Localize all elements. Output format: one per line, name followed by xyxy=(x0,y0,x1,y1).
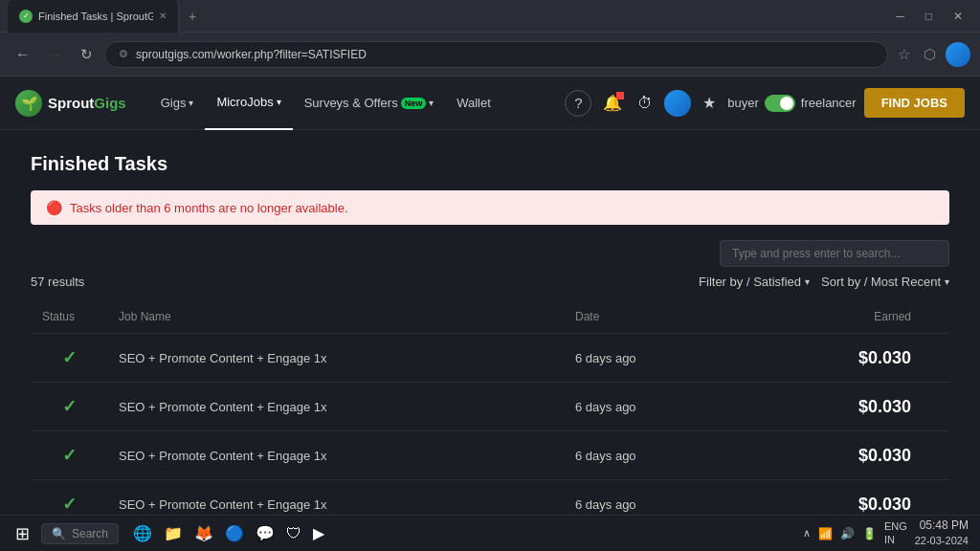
buyer-label: buyer xyxy=(727,96,759,110)
nav-surveys-badge: New xyxy=(401,98,427,109)
help-button[interactable]: ? xyxy=(565,90,591,117)
taskbar-lang: ENGIN xyxy=(884,520,907,545)
alert-banner: 🔴 Tasks older than 6 months are no longe… xyxy=(31,190,949,225)
taskbar-edge-icon[interactable]: 🌐 xyxy=(130,522,155,544)
filter-chevron-icon: ▾ xyxy=(805,276,810,287)
browser-tab[interactable]: ✓ Finished Tasks | SproutGigs ✕ xyxy=(8,0,179,33)
app-navbar: 🌱 SproutGigs Gigs ▾ MicroJobs ▾ Surveys … xyxy=(0,77,980,130)
sort-button[interactable]: Sort by / Most Recent ▾ xyxy=(821,275,949,289)
taskbar-volume-icon: 🔊 xyxy=(840,527,855,540)
lock-icon: ⚙ xyxy=(119,48,128,60)
status-cell: ✓ xyxy=(31,383,107,431)
date-cell: 6 days ago xyxy=(564,431,747,480)
close-button[interactable]: ✕ xyxy=(944,8,972,25)
extensions-button[interactable]: ⬡ xyxy=(920,42,940,67)
job-name-cell: SEO + Promote Content + Engage 1x xyxy=(107,480,564,516)
logo[interactable]: 🌱 SproutGigs xyxy=(15,90,126,117)
refresh-button[interactable]: ↻ xyxy=(75,42,99,67)
maximize-button[interactable]: □ xyxy=(916,8,942,25)
new-tab-button[interactable]: + xyxy=(179,3,206,30)
date-cell: 6 days ago xyxy=(564,334,747,383)
start-button[interactable]: ⊞ xyxy=(11,521,33,546)
buyer-freelancer-toggle[interactable]: buyer freelancer xyxy=(727,95,856,112)
logo-icon: 🌱 xyxy=(15,90,42,117)
logo-text: SproutGigs xyxy=(48,95,126,111)
taskbar-clock: 05:48 PM 22-03-2024 xyxy=(915,518,969,548)
toggle-switch[interactable] xyxy=(765,95,795,112)
nav-wallet-label: Wallet xyxy=(457,96,491,110)
minimize-button[interactable]: ─ xyxy=(886,8,914,25)
nav-item-surveys[interactable]: Surveys & Offers New ▾ xyxy=(293,77,446,130)
check-icon: ✓ xyxy=(62,495,77,514)
taskbar-search[interactable]: 🔍 Search xyxy=(41,523,119,544)
job-name-cell: SEO + Promote Content + Engage 1x xyxy=(107,383,564,431)
earned-cell: $0.030 xyxy=(747,480,949,516)
status-cell: ✓ xyxy=(31,334,107,383)
table-row[interactable]: ✓ SEO + Promote Content + Engage 1x 6 da… xyxy=(31,480,949,516)
taskbar-battery-icon: 🔋 xyxy=(862,527,877,540)
find-jobs-button[interactable]: FIND JOBS xyxy=(864,88,965,118)
col-status: Status xyxy=(31,300,107,334)
taskbar-chrome-icon[interactable]: 🔵 xyxy=(222,522,247,544)
freelancer-label: freelancer xyxy=(801,96,857,110)
earned-cell: $0.030 xyxy=(747,431,949,480)
tasks-table: Status Job Name Date Earned ✓ SEO + Prom… xyxy=(31,300,949,515)
search-input[interactable] xyxy=(720,240,949,267)
nav-surveys-label: Surveys & Offers xyxy=(304,96,398,110)
taskbar-wifi-icon: 📶 xyxy=(818,527,833,540)
avatar-button[interactable] xyxy=(664,90,691,117)
back-button[interactable]: ← xyxy=(10,42,36,67)
nav-gigs-chevron-icon: ▾ xyxy=(189,98,193,108)
tab-title: Finished Tasks | SproutGigs xyxy=(38,11,153,22)
taskbar-firefox-icon[interactable]: 🦊 xyxy=(191,522,216,544)
tab-close-icon[interactable]: ✕ xyxy=(159,11,167,21)
sort-label: Sort by / Most Recent xyxy=(821,275,941,289)
notifications-button[interactable]: 🔔 xyxy=(599,90,626,116)
search-bar-wrap xyxy=(31,240,949,267)
alert-text: Tasks older than 6 months are no longer … xyxy=(70,201,348,215)
profile-button[interactable] xyxy=(946,42,970,67)
table-row[interactable]: ✓ SEO + Promote Content + Engage 1x 6 da… xyxy=(31,334,949,383)
nav-item-microjobs[interactable]: MicroJobs ▾ xyxy=(205,77,292,130)
chevron-up-icon[interactable]: ∧ xyxy=(803,527,811,540)
col-earned: Earned xyxy=(747,300,949,334)
taskbar-search-label: Search xyxy=(72,527,108,540)
bookmark-button[interactable]: ☆ xyxy=(894,42,914,67)
notification-dot xyxy=(616,92,624,99)
taskbar-youtube-icon[interactable]: ▶ xyxy=(310,522,327,544)
status-cell: ✓ xyxy=(31,480,107,516)
table-row[interactable]: ✓ SEO + Promote Content + Engage 1x 6 da… xyxy=(31,383,949,431)
nav-item-gigs[interactable]: Gigs ▾ xyxy=(149,77,206,130)
taskbar-shield-icon[interactable]: 🛡 xyxy=(283,523,304,544)
job-name-cell: SEO + Promote Content + Engage 1x xyxy=(107,431,564,480)
earned-cell: $0.030 xyxy=(747,383,949,431)
status-cell: ✓ xyxy=(31,431,107,480)
main-content: Finished Tasks 🔴 Tasks older than 6 mont… xyxy=(0,130,980,515)
check-icon: ✓ xyxy=(62,348,77,367)
earned-cell: $0.030 xyxy=(747,334,949,383)
table-row[interactable]: ✓ SEO + Promote Content + Engage 1x 6 da… xyxy=(31,431,949,480)
address-bar[interactable]: ⚙ sproutgigs.com/worker.php?filter=SATIS… xyxy=(104,41,888,68)
page-title: Finished Tasks xyxy=(31,153,949,175)
star-button[interactable]: ★ xyxy=(699,90,720,116)
tab-favicon: ✓ xyxy=(19,10,33,23)
nav-item-wallet[interactable]: Wallet xyxy=(445,77,502,130)
sort-chevron-icon: ▾ xyxy=(945,276,949,287)
filters-row: 57 results Filter by / Satisfied ▾ Sort … xyxy=(31,275,949,289)
job-name-cell: SEO + Promote Content + Engage 1x xyxy=(107,334,564,383)
forward-button[interactable]: → xyxy=(42,42,69,67)
history-button[interactable]: ⏱ xyxy=(634,91,657,116)
taskbar-whatsapp-icon[interactable]: 💬 xyxy=(253,522,278,544)
results-count: 57 results xyxy=(31,275,84,289)
taskbar-app-icons: 🌐 📁 🦊 🔵 💬 🛡 ▶ xyxy=(130,522,327,544)
taskbar-right: ∧ 📶 🔊 🔋 ENGIN 05:48 PM 22-03-2024 xyxy=(803,518,969,548)
window-controls: ─ □ ✕ xyxy=(886,8,972,25)
nav-microjobs-chevron-icon: ▾ xyxy=(277,97,281,107)
taskbar-time: 05:48 PM xyxy=(915,518,969,534)
nav-right: ? 🔔 ⏱ ★ buyer freelancer FIND JOBS xyxy=(565,88,965,118)
check-icon: ✓ xyxy=(62,397,77,416)
taskbar-files-icon[interactable]: 📁 xyxy=(161,522,186,544)
nav-surveys-chevron-icon: ▾ xyxy=(429,98,434,108)
filter-button[interactable]: Filter by / Satisfied ▾ xyxy=(699,275,810,289)
date-cell: 6 days ago xyxy=(564,480,747,516)
